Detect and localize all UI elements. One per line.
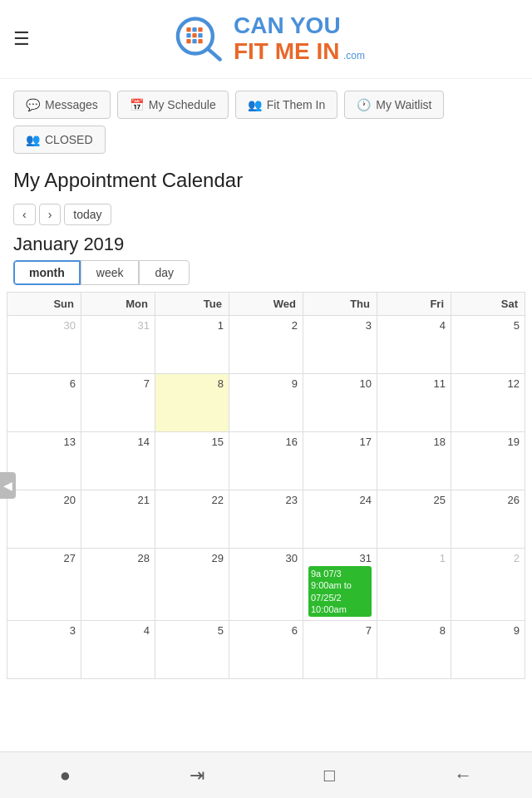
fit-them-in-button[interactable]: 👥 Fit Them In (235, 91, 338, 119)
calendar-day-cell[interactable]: 30 (7, 316, 81, 374)
calendar-day-cell[interactable]: 6 (229, 621, 303, 679)
tab-month[interactable]: month (13, 260, 81, 285)
waitlist-icon: 🕐 (357, 98, 371, 111)
logo-search-icon (167, 10, 234, 68)
calendar-week-row: 3456789 (7, 621, 525, 679)
svg-rect-6 (192, 33, 196, 37)
calendar-day-cell[interactable]: 8 (155, 374, 229, 432)
day-number: 23 (234, 494, 298, 506)
calendar-day-cell[interactable]: 4 (377, 316, 451, 374)
svg-rect-5 (186, 33, 190, 37)
today-button[interactable]: today (64, 204, 111, 225)
calendar-day-cell[interactable]: 31 (81, 316, 155, 374)
day-number: 30 (234, 552, 298, 564)
day-number: 17 (308, 436, 372, 448)
closed-button[interactable]: 👥 CLOSED (13, 126, 106, 154)
calendar-day-cell[interactable]: 25 (377, 490, 451, 549)
logo-can: CAN (234, 12, 290, 38)
my-waitlist-button[interactable]: 🕐 My Waitlist (344, 91, 444, 119)
calendar-day-cell[interactable]: 13 (7, 432, 81, 490)
day-number: 2 (234, 319, 298, 332)
calendar-day-cell[interactable]: 30 (229, 549, 303, 621)
calendar-day-cell[interactable]: 18 (377, 432, 451, 490)
calendar-table: SunMonTueWedThuFriSat 303112345678910111… (7, 292, 525, 679)
calendar-day-cell[interactable]: 22 (155, 490, 229, 549)
view-tabs: month week day (0, 260, 532, 292)
closed-label: CLOSED (45, 133, 93, 146)
calendar-week-row: 20212223242526 (7, 490, 525, 549)
calendar-day-cell[interactable]: 17 (303, 432, 377, 490)
messages-icon: 💬 (26, 98, 40, 111)
calendar-day-cell[interactable]: 5 (451, 316, 525, 374)
bottom-lines-icon[interactable]: ⇥ (190, 765, 204, 786)
fit-them-in-icon: 👥 (248, 98, 262, 111)
calendar-day-cell[interactable]: 1 (377, 549, 451, 621)
calendar-day-cell[interactable]: 21 (81, 490, 155, 549)
calendar-day-cell[interactable]: 19 (451, 432, 525, 490)
my-schedule-label: My Schedule (149, 98, 216, 111)
day-number: 5 (160, 624, 224, 637)
svg-rect-4 (198, 27, 202, 32)
calendar-day-cell[interactable]: 23 (229, 490, 303, 549)
calendar-day-cell[interactable]: 28 (81, 549, 155, 621)
cal-header-fri: Fri (377, 293, 451, 316)
day-number: 14 (86, 436, 150, 448)
bottom-square-icon[interactable]: □ (324, 765, 335, 786)
calendar-navigation: ‹ › today (0, 199, 532, 230)
logo-dot-com: .com (343, 50, 365, 62)
bottom-dot-icon[interactable]: ● (60, 765, 71, 786)
logo-you: YOU (290, 12, 341, 38)
calendar-day-cell[interactable]: 15 (155, 432, 229, 490)
my-schedule-button[interactable]: 📅 My Schedule (117, 91, 229, 119)
tab-week[interactable]: week (81, 260, 140, 285)
calendar-day-cell[interactable]: 12 (451, 374, 525, 432)
day-number: 13 (12, 436, 76, 448)
calendar-day-cell[interactable]: 27 (7, 549, 81, 621)
prev-button[interactable]: ‹ (13, 204, 36, 225)
calendar-day-cell[interactable]: 24 (303, 490, 377, 549)
calendar-icon: 📅 (130, 98, 144, 111)
day-number: 24 (308, 494, 372, 506)
calendar-day-cell[interactable]: 2 (451, 549, 525, 621)
bottom-back-icon[interactable]: ← (454, 765, 472, 786)
calendar-day-cell[interactable]: 5 (155, 621, 229, 679)
day-number: 6 (12, 377, 76, 390)
day-number: 9 (456, 624, 520, 637)
calendar-day-cell[interactable]: 26 (451, 490, 525, 549)
fit-them-in-label: Fit Them In (267, 98, 326, 111)
calendar-week-row: 13141516171819 (7, 432, 525, 490)
hamburger-menu-icon[interactable]: ☰ (13, 28, 30, 50)
calendar-day-cell[interactable]: 2 (229, 316, 303, 374)
calendar-day-cell[interactable]: 20 (7, 490, 81, 549)
calendar-day-cell[interactable]: 9 (229, 374, 303, 432)
day-number: 28 (86, 552, 150, 564)
day-number: 1 (160, 319, 224, 332)
calendar-day-cell[interactable]: 8 (377, 621, 451, 679)
tab-day[interactable]: day (139, 260, 190, 285)
calendar-day-cell[interactable]: 3 (303, 316, 377, 374)
calendar-day-cell[interactable]: 14 (81, 432, 155, 490)
calendar-day-cell[interactable]: 319a 07/3 9:00am to 07/25/2 10:00am (303, 549, 377, 621)
calendar-wrapper: ◀ SunMonTueWedThuFriSat 3031123456789101… (0, 292, 532, 679)
day-number: 4 (382, 319, 446, 332)
nav-buttons: 💬 Messages 📅 My Schedule 👥 Fit Them In 🕐… (0, 79, 532, 160)
calendar-day-cell[interactable]: 10 (303, 374, 377, 432)
messages-button[interactable]: 💬 Messages (13, 91, 111, 119)
calendar-day-cell[interactable]: 1 (155, 316, 229, 374)
day-number: 19 (456, 436, 520, 448)
next-button[interactable]: › (39, 204, 62, 225)
calendar-day-cell[interactable]: 29 (155, 549, 229, 621)
svg-rect-7 (198, 33, 202, 37)
calendar-day-cell[interactable]: 9 (451, 621, 525, 679)
calendar-day-cell[interactable]: 11 (377, 374, 451, 432)
day-number: 4 (86, 624, 150, 637)
day-number: 30 (12, 319, 76, 332)
side-scroll-arrow[interactable]: ◀ (0, 472, 16, 499)
calendar-day-cell[interactable]: 7 (81, 374, 155, 432)
calendar-day-cell[interactable]: 16 (229, 432, 303, 490)
calendar-day-cell[interactable]: 4 (81, 621, 155, 679)
calendar-day-cell[interactable]: 3 (7, 621, 81, 679)
calendar-day-cell[interactable]: 6 (7, 374, 81, 432)
calendar-event[interactable]: 9a 07/3 9:00am to 07/25/2 10:00am (308, 566, 372, 617)
calendar-day-cell[interactable]: 7 (303, 621, 377, 679)
